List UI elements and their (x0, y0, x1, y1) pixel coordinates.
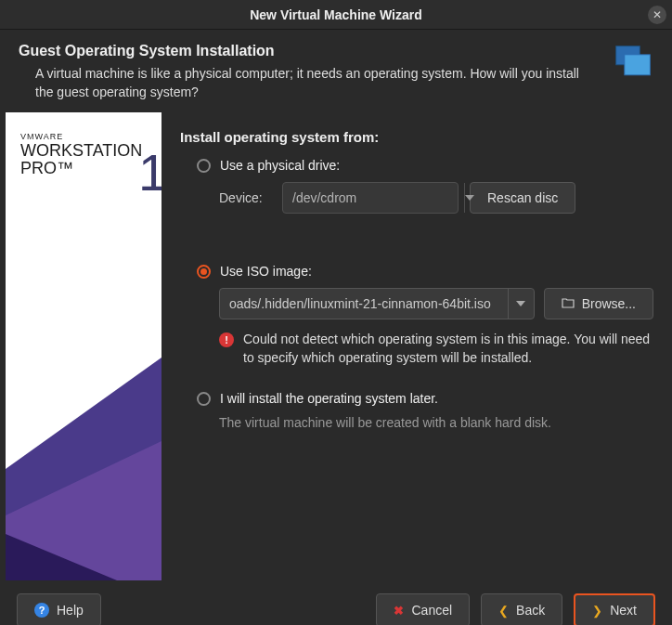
warning-icon: ! (219, 332, 234, 347)
radio-label-later: I will install the operating system late… (220, 391, 438, 406)
close-icon: ✕ (653, 8, 662, 21)
radio-install-later[interactable]: I will install the operating system late… (180, 391, 653, 406)
sidebar-triangle-graphic (6, 320, 162, 580)
radio-icon-selected (197, 265, 211, 279)
physical-device-row: Device: Rescan disc (180, 182, 653, 214)
header-text: Guest Operating System Installation A vi… (19, 43, 598, 101)
iso-path-input[interactable] (220, 289, 508, 319)
wizard-content: Install operating system from: Use a phy… (162, 112, 672, 580)
folder-icon (562, 297, 575, 311)
titlebar: New Virtual Machine Wizard ✕ (0, 0, 672, 30)
install-later-hint: The virtual machine will be created with… (180, 415, 653, 430)
device-combo[interactable] (282, 182, 459, 214)
vm-monitors-icon (613, 43, 653, 86)
wizard-header: Guest Operating System Installation A vi… (0, 30, 672, 112)
vmware-logo: VMWARE WORKSTATION PRO™ 16 (20, 133, 142, 176)
cancel-button[interactable]: ✖ Cancel (376, 593, 470, 625)
page-subtitle: A virtual machine is like a physical com… (19, 65, 598, 101)
chevron-right-icon: ❯ (592, 604, 602, 618)
iso-warning-text: Could not detect which operating system … (243, 331, 653, 367)
back-button[interactable]: ❮ Back (481, 593, 562, 625)
chevron-down-icon[interactable] (464, 183, 474, 213)
sidebar-graphic: VMWARE WORKSTATION PRO™ 16 (6, 112, 162, 580)
help-icon: ? (34, 603, 49, 618)
window-title: New Virtual Machine Wizard (250, 7, 422, 22)
radio-iso-image[interactable]: Use ISO image: (180, 264, 653, 279)
wizard-footer: ? Help ✖ Cancel ❮ Back ❯ Next (0, 580, 672, 625)
iso-path-combo[interactable] (219, 288, 535, 319)
radio-icon (197, 159, 211, 173)
cancel-icon: ✖ (394, 604, 404, 618)
section-title: Install operating system from: (180, 129, 653, 145)
help-button[interactable]: ? Help (17, 593, 101, 625)
next-button[interactable]: ❯ Next (574, 593, 655, 625)
iso-path-row: Browse... (180, 288, 653, 319)
browse-button[interactable]: Browse... (544, 288, 653, 319)
radio-label-physical: Use a physical drive: (220, 158, 340, 173)
radio-physical-drive[interactable]: Use a physical drive: (180, 158, 653, 173)
rescan-disc-button[interactable]: Rescan disc (470, 182, 575, 214)
radio-icon (197, 392, 211, 406)
chevron-left-icon: ❮ (498, 604, 509, 618)
page-title: Guest Operating System Installation (19, 43, 598, 59)
wizard-body: VMWARE WORKSTATION PRO™ 16 Install opera… (0, 112, 672, 580)
iso-warning-row: ! Could not detect which operating syste… (180, 331, 653, 367)
chevron-down-icon[interactable] (508, 289, 534, 319)
device-label: Device: (219, 190, 271, 205)
close-button[interactable]: ✕ (648, 6, 666, 24)
device-input[interactable] (283, 183, 464, 213)
radio-label-iso: Use ISO image: (220, 264, 312, 279)
svg-rect-1 (625, 55, 651, 75)
